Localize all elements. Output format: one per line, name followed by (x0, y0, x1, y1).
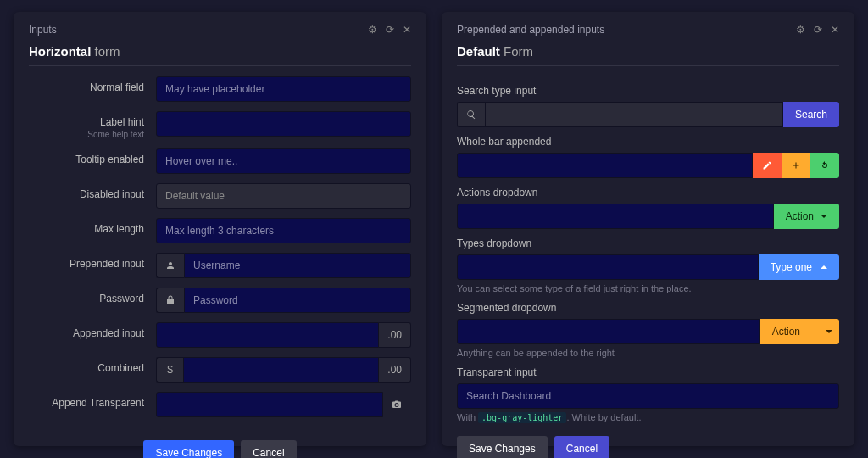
tooltip-input[interactable]: Hover over me.. (156, 148, 411, 174)
cancel-button[interactable]: Cancel (241, 440, 296, 458)
inputs-panel: Inputs ⚙ ⟳ ✕ Horizontal form Normal fiel… (14, 12, 426, 446)
types-input[interactable] (457, 254, 759, 280)
panel-footer: Save Changes Cancel (29, 440, 411, 458)
row-prepended: Prepended input Username (29, 253, 411, 278)
panel-header: Inputs ⚙ ⟳ ✕ (29, 24, 411, 36)
row-normal-field: Normal field May have placeholder (29, 76, 411, 102)
suffix-00: .00 (379, 322, 411, 348)
gear-icon[interactable]: ⚙ (796, 24, 805, 36)
panel-header: Prepended and appended inputs ⚙ ⟳ ✕ (457, 24, 839, 36)
bar-input[interactable] (457, 153, 753, 178)
actions-group: Action (457, 204, 839, 229)
segmented-group: Action (457, 319, 839, 344)
password-input[interactable]: Password (184, 288, 411, 313)
panel-actions: ⚙ ⟳ ✕ (796, 24, 839, 36)
panel-actions: ⚙ ⟳ ✕ (368, 24, 411, 36)
user-icon (156, 253, 184, 278)
label: Appended input (29, 322, 156, 339)
types-help: You can select some type of a field just… (457, 283, 839, 293)
hint-input[interactable] (156, 111, 411, 137)
disabled-input: Default value (156, 183, 411, 209)
form-title: Horizontal form (29, 44, 411, 66)
appended-input[interactable] (156, 322, 379, 348)
lock-icon (156, 288, 184, 313)
close-icon[interactable]: ✕ (403, 24, 411, 36)
label: Label hint Some help text (29, 111, 156, 139)
label: Combined (29, 357, 156, 374)
label: Prepended input (29, 253, 156, 270)
plus-icon[interactable] (782, 153, 810, 178)
segmented-label: Segmented dropdown (457, 302, 839, 314)
pencil-icon[interactable] (753, 153, 782, 178)
chevron-up-icon (821, 262, 827, 269)
maxlength-input[interactable]: Max length 3 characters (156, 218, 411, 243)
username-input[interactable]: Username (184, 253, 411, 278)
code-badge: .bg-gray-lighter (478, 412, 566, 423)
camera-icon[interactable] (383, 392, 411, 417)
label: Normal field (29, 76, 156, 93)
row-max-length: Max length Max length 3 characters (29, 218, 411, 243)
types-group: Type one (457, 254, 839, 280)
gear-icon[interactable]: ⚙ (368, 24, 377, 36)
transparent-help: With .bg-gray-lighter. White by default. (457, 412, 839, 422)
combined-input[interactable] (183, 357, 379, 383)
row-password: Password Password (29, 288, 411, 313)
form-title: Default Form (457, 44, 839, 66)
prepended-appended-panel: Prepended and appended inputs ⚙ ⟳ ✕ Defa… (442, 12, 854, 446)
segmented-action-button[interactable]: Action (760, 319, 812, 344)
transparent-label: Transparent input (457, 366, 839, 378)
refresh-icon[interactable]: ⟳ (814, 24, 822, 36)
refresh-icon[interactable]: ⟳ (386, 24, 394, 36)
type-dropdown[interactable]: Type one (759, 254, 839, 280)
search-group: Search (457, 102, 839, 127)
close-icon[interactable]: ✕ (831, 24, 839, 36)
suffix-00: .00 (379, 357, 411, 383)
actions-input[interactable] (457, 204, 774, 229)
row-appended: Appended input .00 (29, 322, 411, 348)
panel-title: Prepended and appended inputs (457, 24, 604, 36)
save-button[interactable]: Save Changes (143, 440, 234, 458)
panel-title: Inputs (29, 24, 57, 36)
bar-label: Whole bar appended (457, 136, 839, 148)
label: Password (29, 288, 156, 304)
segmented-input[interactable] (457, 319, 760, 344)
transparent-group: Search Dashboard (457, 383, 839, 409)
action-dropdown[interactable]: Action (774, 204, 839, 229)
bar-group (457, 153, 839, 178)
row-combined: Combined $ .00 (29, 357, 411, 383)
label: Tooltip enabled (29, 148, 156, 165)
transparent-append-input[interactable] (156, 392, 383, 417)
search-button[interactable]: Search (783, 102, 839, 127)
cancel-button[interactable]: Cancel (554, 436, 609, 458)
actions-label: Actions dropdown (457, 187, 839, 198)
row-disabled: Disabled input Default value (29, 183, 411, 209)
search-icon (457, 102, 485, 127)
row-label-hint: Label hint Some help text (29, 111, 411, 139)
label: Max length (29, 218, 156, 235)
normal-input[interactable]: May have placeholder (156, 76, 411, 102)
label: Append Transparent (29, 392, 156, 409)
prefix-dollar: $ (156, 357, 183, 383)
segmented-help: Anything can be appended to the right (457, 348, 839, 358)
row-tooltip: Tooltip enabled Hover over me.. (29, 148, 411, 174)
search-label: Search type input (457, 85, 839, 97)
panel-footer: Save Changes Cancel (457, 436, 839, 458)
save-button[interactable]: Save Changes (457, 436, 548, 458)
label: Disabled input (29, 183, 156, 200)
search-input[interactable] (485, 102, 783, 127)
transparent-input[interactable]: Search Dashboard (457, 383, 839, 409)
types-label: Types dropdown (457, 237, 839, 249)
segmented-caret[interactable] (812, 319, 839, 344)
refresh-icon[interactable] (810, 153, 839, 178)
row-append-transparent: Append Transparent (29, 392, 411, 417)
